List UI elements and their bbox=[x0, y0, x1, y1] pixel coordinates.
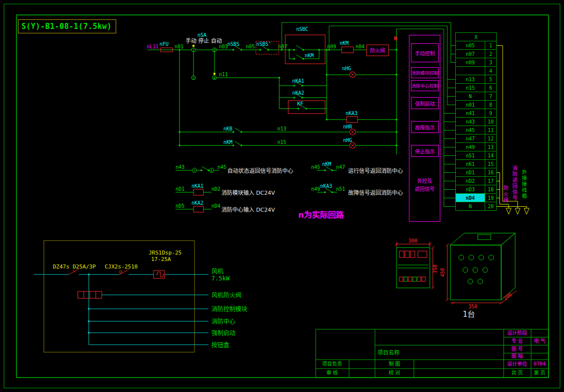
terminal-label: nD2 bbox=[456, 177, 485, 185]
terminal-label: n13 bbox=[456, 75, 485, 84]
cable-text-junction-box: 外接接线箱 bbox=[520, 169, 528, 199]
contactor-symbol bbox=[120, 269, 129, 274]
fan-label-2: 7.5kW bbox=[211, 275, 230, 282]
table-row: n156 bbox=[456, 84, 497, 92]
center-line-label: 消防中心 bbox=[211, 318, 235, 325]
table-row: nD116 bbox=[456, 168, 497, 177]
terminal-label-highlight: nD4 bbox=[456, 194, 485, 202]
terminal-label: n41 bbox=[456, 109, 485, 118]
terminal-label: n45 bbox=[456, 126, 485, 134]
terminal-number: 19 bbox=[485, 194, 497, 202]
fan-label-1: 风机 bbox=[211, 268, 223, 275]
wire-label-n13: n13 bbox=[277, 126, 286, 131]
table-row: n419 bbox=[456, 109, 497, 118]
terminal-label: n49 bbox=[456, 143, 485, 151]
force-line-label: 强制启动 bbox=[211, 330, 235, 337]
button-box-label: 按钮盒 bbox=[211, 341, 229, 349]
signal-text-module: 消防模块输入 DC24V bbox=[221, 189, 275, 196]
terminal-number: 16 bbox=[485, 168, 497, 177]
ka2-coil-symbol bbox=[193, 206, 203, 212]
dim-300: 300 bbox=[408, 238, 417, 244]
wire-label-n09: n09 bbox=[327, 44, 336, 49]
tb-unit: 设计单位 bbox=[507, 361, 527, 367]
device-label-sbs2: nSBS' bbox=[256, 41, 271, 47]
actual-loop-note: n为实际回路 bbox=[298, 210, 344, 220]
dim-200: 200 bbox=[502, 291, 513, 301]
cabinet-front-view bbox=[396, 248, 430, 288]
tb-total-pages: 共 页 bbox=[511, 370, 523, 376]
table-row: n135 bbox=[456, 75, 497, 84]
signal-dev-ka2: nKA2 bbox=[191, 200, 203, 206]
device-label-hg-top: nHG bbox=[342, 66, 351, 71]
terminal-number: 13 bbox=[485, 143, 497, 151]
wire-label-n11: n11 bbox=[219, 72, 228, 77]
tb-sheet: 图 幅 bbox=[511, 353, 523, 359]
device-label-km-coil: nKM bbox=[340, 40, 349, 46]
cad-canvas: nL11 nFU n01 nSA 手动 停止 自动 1 2 3 4 n03 nS… bbox=[0, 0, 564, 392]
table-row: n093 bbox=[456, 58, 497, 67]
tb-dwg-no: 图 号 bbox=[511, 346, 523, 352]
cable-text-fire-damper: 防火阀 bbox=[502, 185, 509, 203]
module-line-label: 消防控制模块 bbox=[211, 305, 247, 313]
power-circuit-devices bbox=[69, 269, 165, 298]
tb-unit-value: 0704 bbox=[534, 361, 546, 367]
panel-section-stop: 停止指示 bbox=[411, 145, 439, 157]
table-row: n6115 bbox=[456, 160, 497, 168]
damper-line-label: 风机防火阀 bbox=[211, 291, 241, 299]
device-label-km-lamp: nKM bbox=[223, 139, 232, 145]
dimension-lines bbox=[395, 242, 517, 304]
device-label-ka2: nKA2 bbox=[292, 90, 304, 96]
device-label-sa: nSA bbox=[197, 32, 206, 38]
wire-label-n04: n04 bbox=[356, 44, 365, 49]
fire-damper-label: 防火阀 bbox=[370, 47, 385, 53]
table-row: N7 bbox=[456, 92, 497, 101]
table-row: n5114 bbox=[456, 151, 497, 160]
thermal-label-2: 17-25A bbox=[151, 256, 171, 262]
terminal-number: 11 bbox=[485, 126, 497, 134]
signal-text-fault: 故障信号返回消防中心 bbox=[348, 189, 403, 196]
terminal-number: 5 bbox=[485, 75, 497, 84]
dim-350-right: 350 bbox=[432, 264, 438, 273]
terminal-number: 7 bbox=[485, 92, 497, 101]
terminal-label: n07 bbox=[456, 50, 485, 58]
drawing-number: S(Y)-B1-08-1(7.5kw) bbox=[21, 22, 112, 31]
selector-contact-4: 4 bbox=[213, 76, 215, 80]
tb-proof: 校 对 bbox=[388, 370, 400, 376]
cabinet-3d-view bbox=[450, 233, 515, 300]
tb-review: 审 核 bbox=[326, 370, 338, 376]
tb-pm: 项目负责 bbox=[322, 361, 342, 367]
table-row: n018 bbox=[456, 101, 497, 109]
signal-text-center: 消防中心输入 DC24V bbox=[221, 206, 275, 213]
terminal-label: N bbox=[456, 202, 485, 211]
signal-label-n49: n49 bbox=[311, 186, 320, 192]
terminal-number: 8 bbox=[485, 101, 497, 109]
terminal-number: 3 bbox=[485, 58, 497, 67]
device-label-sbs: nSBS bbox=[227, 41, 239, 47]
signal-contact-7: 7 bbox=[193, 169, 195, 173]
device-label-sbc: nSBC bbox=[296, 26, 308, 32]
device-label-ka3: nKA3 bbox=[346, 111, 358, 116]
table-row: 4 bbox=[456, 67, 497, 75]
table-row: n4310 bbox=[456, 118, 497, 126]
terminal-number: 2 bbox=[485, 50, 497, 58]
contactor-coil-symbol bbox=[342, 47, 354, 53]
table-row: n4712 bbox=[456, 134, 497, 143]
wire-label-n07: n07 bbox=[278, 44, 287, 49]
signal-label-n47: n47 bbox=[336, 164, 345, 170]
device-label-hr: nHR bbox=[343, 124, 353, 130]
terminal-label: N bbox=[456, 92, 485, 101]
wire-label-n15: n15 bbox=[277, 139, 286, 145]
signal-dev-km: nKM bbox=[322, 161, 331, 167]
signal-label-n43: n43 bbox=[176, 164, 185, 170]
lamp-hg-bottom-icon bbox=[350, 142, 356, 148]
table-row: n4511 bbox=[456, 126, 497, 134]
signal-text-run: 运行信号返回消防中心 bbox=[348, 167, 403, 174]
wire-label-n05: n05 bbox=[246, 44, 255, 49]
signal-contact-8: 8 bbox=[210, 169, 212, 173]
table-row: nD217 bbox=[456, 177, 497, 185]
dim-450: 450 bbox=[440, 268, 445, 277]
tb-draft: 制 图 bbox=[388, 361, 400, 367]
schematic-wires bbox=[148, 29, 396, 209]
tb-major: 专 业 bbox=[511, 338, 523, 344]
cable-arrow-icons bbox=[506, 208, 529, 214]
